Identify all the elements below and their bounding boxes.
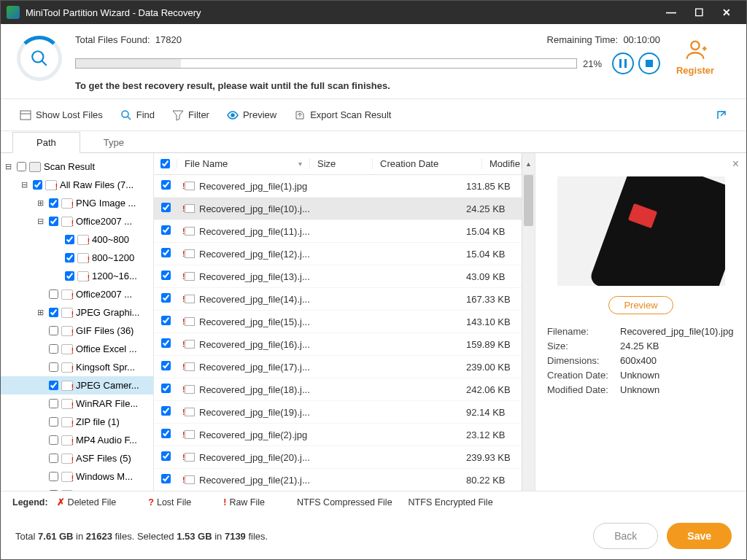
tree-checkbox[interactable]: [65, 271, 74, 281]
file-row[interactable]: Recovered_jpg_file(19).j...92.14 KB: [154, 401, 522, 424]
tree-checkbox[interactable]: [49, 362, 58, 372]
tree-checkbox[interactable]: [33, 180, 42, 190]
tree-root[interactable]: ⊟Scan Result: [1, 158, 153, 176]
tree-node[interactable]: 800~1200: [1, 249, 153, 267]
scroll-up-button[interactable]: ▲: [522, 153, 535, 174]
file-checkbox[interactable]: [161, 451, 171, 461]
tree-checkbox[interactable]: [49, 454, 58, 463]
tree-node[interactable]: Office2007 ...: [1, 285, 153, 303]
file-checkbox[interactable]: [161, 474, 171, 483]
file-icon: [185, 362, 195, 371]
drive-icon: [29, 162, 41, 172]
tree-checkbox[interactable]: [49, 344, 58, 354]
file-row[interactable]: Recovered_jpg_file(16).j...159.89 KB: [154, 333, 522, 356]
file-list[interactable]: Recovered_jpg_file(1).jpg131.85 KBRecove…: [154, 175, 522, 491]
tree-checkbox[interactable]: [49, 381, 58, 390]
tree-checkbox[interactable]: [49, 472, 58, 481]
pause-button[interactable]: [612, 52, 634, 74]
tree-node[interactable]: ⊟All Raw Files (7...: [1, 176, 153, 194]
file-row[interactable]: Recovered_jpg_file(2).jpg23.12 KB: [154, 424, 522, 446]
tree-node[interactable]: ⊟Office2007 ...: [1, 212, 153, 230]
file-checkbox[interactable]: [161, 180, 171, 190]
col-modified[interactable]: Modifie: [482, 158, 522, 169]
tree-node[interactable]: WinRAR File...: [1, 394, 153, 413]
file-checkbox[interactable]: [161, 271, 171, 280]
file-checkbox[interactable]: [161, 384, 171, 393]
file-scrollbar[interactable]: [522, 175, 535, 491]
tree-node[interactable]: 400~800: [1, 230, 153, 249]
stop-button[interactable]: [638, 52, 660, 74]
tree-checkbox[interactable]: [49, 289, 58, 299]
file-checkbox[interactable]: [161, 361, 171, 370]
tree-node[interactable]: Office Excel ...: [1, 340, 153, 358]
file-row[interactable]: Recovered_jpg_file(1).jpg131.85 KB: [154, 175, 522, 198]
file-icon: [185, 249, 195, 258]
tree-checkbox[interactable]: [49, 326, 58, 335]
tree-checkbox[interactable]: [49, 198, 58, 208]
share-button[interactable]: [711, 105, 736, 125]
file-row[interactable]: Recovered_jpg_file(15).j...143.10 KB: [154, 311, 522, 333]
tree-node[interactable]: 1200~16...: [1, 267, 153, 285]
file-row[interactable]: Recovered_jpg_file(12).j...15.04 KB: [154, 243, 522, 265]
file-row[interactable]: Recovered_jpg_file(18).j...242.06 KB: [154, 378, 522, 401]
file-row[interactable]: Recovered_jpg_file(21).j...80.22 KB: [154, 469, 522, 491]
col-filename[interactable]: File Name▾: [177, 158, 310, 169]
maximize-button[interactable]: ☐: [685, 1, 713, 24]
tree-checkbox[interactable]: [49, 435, 58, 445]
tree-node[interactable]: Kingsoft Spr...: [1, 358, 153, 376]
tree-checkbox[interactable]: [65, 235, 74, 244]
tree-checkbox[interactable]: [49, 417, 58, 427]
file-row[interactable]: Recovered_jpg_file(13).j...43.09 KB: [154, 265, 522, 288]
file-row[interactable]: Recovered_jpg_file(14).j...167.33 KB: [154, 288, 522, 311]
tree-checkbox[interactable]: [49, 308, 58, 317]
file-checkbox[interactable]: [161, 203, 171, 212]
close-button[interactable]: ✕: [713, 1, 740, 24]
file-checkbox[interactable]: [161, 316, 171, 325]
save-button[interactable]: Save: [667, 523, 732, 549]
preview-close-button[interactable]: ×: [732, 158, 739, 171]
tab-type[interactable]: Type: [80, 133, 147, 152]
preview-button[interactable]: Preview: [218, 105, 285, 125]
tree-node[interactable]: JPEG Camer...: [1, 376, 153, 394]
file-row[interactable]: Recovered_jpg_file(17).j...239.00 KB: [154, 356, 522, 378]
export-button[interactable]: Export Scan Result: [285, 105, 400, 125]
tree-node[interactable]: GIF Files (36): [1, 322, 153, 340]
folder-icon: [77, 235, 89, 245]
register-button[interactable]: Register: [660, 34, 730, 76]
select-all-checkbox[interactable]: [160, 159, 170, 168]
file-size: 143.10 KB: [459, 316, 522, 327]
minimize-button[interactable]: —: [657, 1, 685, 24]
file-row[interactable]: Recovered_jpg_file(20).j...239.93 KB: [154, 446, 522, 469]
tree-node[interactable]: ⊞PNG Image ...: [1, 194, 153, 212]
tree-node[interactable]: ASF Files (5): [1, 449, 153, 467]
find-button[interactable]: Find: [112, 105, 163, 125]
preview-open-button[interactable]: Preview: [608, 296, 673, 314]
file-size: 159.89 KB: [459, 339, 522, 350]
folder-tree[interactable]: ⊟Scan Result ⊟All Raw Files (7...⊞PNG Im…: [1, 153, 154, 491]
file-checkbox[interactable]: [161, 225, 171, 235]
tree-checkbox[interactable]: [49, 399, 58, 408]
file-size: 239.93 KB: [459, 452, 522, 463]
show-lost-files-button[interactable]: Show Lost Files: [11, 105, 112, 125]
file-row[interactable]: Recovered_jpg_file(10).j...24.25 KB: [154, 198, 522, 220]
file-checkbox[interactable]: [161, 248, 171, 257]
tree-checkbox[interactable]: [17, 162, 26, 171]
col-creation-date[interactable]: Creation Date: [373, 158, 482, 169]
tree-checkbox[interactable]: [49, 217, 58, 226]
file-checkbox[interactable]: [161, 406, 171, 416]
file-row[interactable]: Recovered_jpg_file(11).j...15.04 KB: [154, 220, 522, 243]
tree-node[interactable]: MP4 Audio F...: [1, 431, 153, 449]
tree-node[interactable]: Windows M...: [1, 467, 153, 486]
tree-node[interactable]: ZIP file (1): [1, 413, 153, 431]
filter-button[interactable]: Filter: [163, 105, 218, 125]
file-checkbox[interactable]: [161, 293, 171, 303]
tab-path[interactable]: Path: [12, 132, 80, 153]
file-checkbox[interactable]: [161, 338, 171, 348]
col-size[interactable]: Size: [310, 158, 373, 169]
tree-node[interactable]: ⊞JPEG Graphi...: [1, 303, 153, 322]
meta-size-value: 24.25 KB: [620, 341, 659, 351]
tree-node[interactable]: Office WOR: [1, 486, 153, 491]
file-checkbox[interactable]: [161, 429, 171, 438]
back-button[interactable]: Back: [593, 523, 658, 549]
tree-checkbox[interactable]: [65, 253, 74, 262]
